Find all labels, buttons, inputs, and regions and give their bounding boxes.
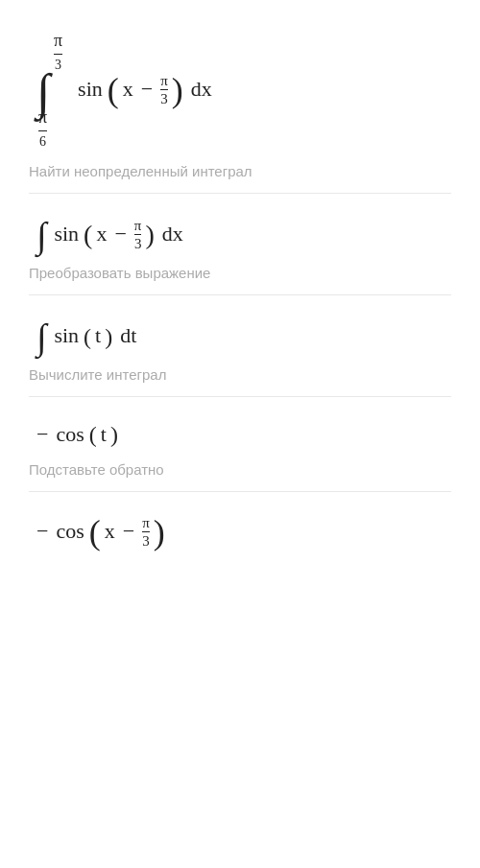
close-paren-small-4: ) bbox=[110, 423, 118, 446]
close-paren-large-1: ) bbox=[172, 73, 183, 107]
lower-limit-den: 6 bbox=[39, 132, 46, 152]
divider-1 bbox=[29, 193, 451, 194]
var-t-4: t bbox=[101, 420, 107, 450]
sin-function-1: sin bbox=[78, 75, 103, 105]
frac-pi3-2: π 3 bbox=[134, 218, 142, 252]
var-t-3: t bbox=[95, 321, 101, 351]
open-paren-large-1: ( bbox=[108, 73, 119, 107]
definite-integral-expr: π 3 ∫ π 6 sin ( x − bbox=[29, 19, 451, 157]
var-x-1: x bbox=[123, 75, 133, 105]
cos-t-section: − cos ( t ) Подставьте обратно bbox=[29, 411, 451, 478]
minus-4: − bbox=[36, 420, 48, 450]
cos-t-expr: − cos ( t ) bbox=[29, 411, 451, 456]
integral-symbol-3: ∫ bbox=[36, 318, 46, 355]
definite-integral-section: π 3 ∫ π 6 sin ( x − bbox=[29, 19, 451, 179]
close-paren-medium-2: ) bbox=[145, 222, 154, 248]
sin-function-3: sin bbox=[54, 321, 79, 351]
minus-5: − bbox=[36, 517, 48, 547]
final-result-expr: − cos ( x − π 3 ) bbox=[29, 505, 451, 555]
step-label-1: Найти неопределенный интеграл bbox=[29, 163, 451, 179]
cos-function-4: cos bbox=[56, 420, 84, 450]
divider-4 bbox=[29, 491, 451, 492]
frac-pi3-5: π 3 bbox=[142, 515, 150, 550]
open-paren-small-3: ( bbox=[84, 325, 91, 348]
open-paren-large-5: ( bbox=[89, 515, 101, 550]
divider-3 bbox=[29, 396, 451, 397]
indefinite-integral-section: ∫ sin ( x − π 3 ) dx Преобразовать выраж… bbox=[29, 207, 451, 281]
minus-5b: − bbox=[123, 517, 134, 547]
step-label-2: Преобразовать выражение bbox=[29, 265, 451, 281]
dt-3: dt bbox=[120, 321, 136, 351]
step-label-3: Вычислите интеграл bbox=[29, 366, 451, 383]
final-result-section: − cos ( x − π 3 ) bbox=[29, 505, 451, 555]
var-x-2: x bbox=[96, 220, 107, 249]
upper-limit-den: 3 bbox=[55, 56, 61, 75]
divider-2 bbox=[29, 294, 451, 295]
sin-t-expr: ∫ sin ( t ) dt bbox=[29, 309, 451, 361]
dx-1: dx bbox=[191, 75, 212, 105]
step-label-4: Подставьте обратно bbox=[29, 461, 451, 478]
lower-limit-num: π bbox=[38, 106, 47, 129]
integral-symbol-2: ∫ bbox=[36, 217, 46, 253]
indefinite-integral-expr: ∫ sin ( x − π 3 ) dx bbox=[29, 207, 451, 259]
close-paren-large-5: ) bbox=[154, 515, 165, 550]
open-paren-medium-2: ( bbox=[84, 222, 92, 248]
upper-limit-num: π bbox=[54, 29, 62, 53]
dx-2: dx bbox=[162, 220, 183, 249]
close-paren-small-3: ) bbox=[105, 325, 112, 348]
sin-function-2: sin bbox=[54, 220, 79, 249]
minus-1: − bbox=[141, 75, 153, 105]
sin-t-section: ∫ sin ( t ) dt Вычислите интеграл bbox=[29, 309, 451, 383]
cos-function-5: cos bbox=[56, 517, 84, 547]
frac-pi3-1: π 3 bbox=[160, 73, 168, 107]
open-paren-small-4: ( bbox=[89, 423, 97, 446]
minus-2: − bbox=[114, 220, 126, 249]
var-x-5: x bbox=[105, 517, 115, 547]
